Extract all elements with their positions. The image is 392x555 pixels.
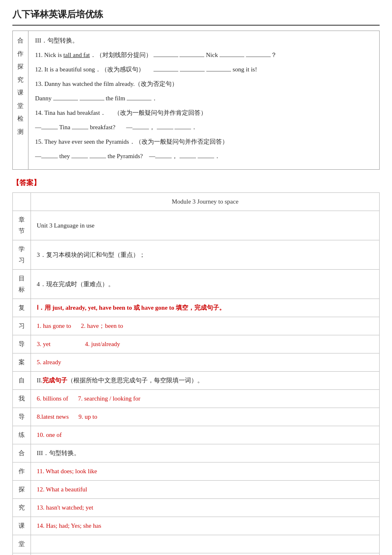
answer-row-an: 案 5. already	[13, 353, 380, 372]
answer-row-jiu: 究 13. hasn't watched; yet	[13, 499, 380, 517]
col-tan: 探	[13, 481, 31, 499]
col-content-unit: Unit 3 Language in use	[31, 211, 380, 240]
blank-15-3	[90, 158, 106, 158]
answer-9: 9. up to	[78, 413, 97, 420]
col-answer-12: 12. What a beautiful	[31, 481, 380, 499]
section-i-title-row: 复 Ⅰ．用 just, already, yet, have been to 或…	[13, 299, 380, 317]
exercise-box: 合 作 探 究 课 堂 检 测 III．句型转换。 11. Nick is ta…	[12, 31, 380, 170]
title-divider	[12, 25, 380, 26]
col-jian: 检	[13, 553, 31, 555]
sidebar-label-6: 堂	[13, 100, 28, 113]
col-dao2: 导	[13, 408, 31, 426]
answer-2: 2. have；been to	[81, 323, 123, 329]
chapter-section-row: 章节 Unit 3 Language in use	[13, 211, 380, 240]
col-xi: 习	[13, 317, 31, 335]
col-answer-14: 14. Has; had; Yes; she has	[31, 517, 380, 535]
col-xuexi: 学习	[13, 240, 31, 270]
question-15-blanks: — they the Pyramids? —， ．	[35, 151, 373, 162]
section-ii-title-row: 自 II.完成句子（根据所给中文意思完成句子，每空限填一词）。	[13, 372, 380, 390]
module-header-row: Module 3 Journey to space	[13, 193, 380, 211]
col-section-i: Ⅰ．用 just, already, yet, have been to 或 h…	[31, 299, 380, 317]
col-tang: 堂	[13, 535, 31, 553]
answer-5: 5. already	[37, 359, 61, 365]
col-fu: 复	[13, 299, 31, 317]
sidebar-label-4: 究	[13, 74, 28, 87]
answer-10: 10. one of	[37, 432, 61, 438]
section-iii-title-row: 合 III．句型转换。	[13, 444, 380, 462]
answer-row-wo: 我 6. billions of 7. searching / looking …	[13, 390, 380, 408]
col-jiu: 究	[13, 499, 31, 517]
underline-tall-fat: tall and fat	[64, 52, 90, 58]
study-goal-row-2: 目标 4．现在完成时（重难点）。	[13, 270, 380, 299]
col-answer-15: 15. Have; ever seen; No; they haven't	[31, 553, 380, 555]
blank-14-3	[132, 129, 149, 129]
exercise-content: III．句型转换。 11. Nick is tall and fat．（对划线部…	[28, 31, 379, 169]
col-ke: 课	[13, 517, 31, 535]
blank-13-1	[53, 100, 78, 100]
answer-row-tang: 堂	[13, 535, 380, 553]
question-13-blanks: Danny the film ．	[35, 93, 373, 104]
question-15: 15. They have ever seen the Pyramids．（改为…	[35, 136, 373, 147]
answer-row-dao2: 导 8.latest news 9. up to	[13, 408, 380, 426]
answer-row-lian: 练 10. one of	[13, 426, 380, 444]
answer-row-tan: 探 12. What a beautiful	[13, 481, 380, 499]
col-mubiao: 目标	[13, 270, 31, 299]
blank-15-5	[179, 158, 196, 158]
blank-12-2	[180, 71, 205, 71]
section-i-label: Ⅰ．用 just, already, yet, have been to 或 h…	[37, 304, 225, 311]
col-section-iii: III．句型转换。	[31, 444, 380, 462]
blank-15-4	[155, 158, 172, 158]
blank-11-3	[220, 57, 244, 57]
blank-12-3	[206, 71, 231, 71]
col-lian: 练	[13, 426, 31, 444]
answer-11: 11. What does; look like	[37, 468, 97, 474]
col-an: 案	[13, 353, 31, 372]
sidebar-label-8: 测	[13, 126, 28, 139]
col-chapter-zhanjie: 章节	[13, 211, 31, 240]
col-answers-3: 5. already	[31, 353, 380, 372]
question-11: 11. Nick is tall and fat．（对划线部分提问） Nick …	[35, 50, 373, 61]
section-ii-bold: 完成句子	[43, 377, 67, 384]
blank-12-1	[153, 71, 178, 71]
blank-15-1	[41, 158, 58, 158]
answer-label: 【答案】	[12, 178, 380, 187]
col-dao1: 导	[13, 335, 31, 353]
answer-14: 14. Has; had; Yes; she has	[37, 522, 101, 529]
col-answer-11: 11. What does; look like	[31, 462, 380, 481]
sidebar-label-7: 检	[13, 112, 28, 126]
blank-14-1	[41, 129, 58, 129]
col-answers-1: 1. has gone to 2. have；been to	[31, 317, 380, 335]
answer-table: Module 3 Journey to space 章节 Unit 3 Lang…	[12, 192, 380, 555]
blank-14-4	[157, 129, 173, 129]
page-title: 八下译林英课后培优练	[12, 8, 380, 21]
question-12: 12. It is a beautiful song．（改为感叹句） song …	[35, 64, 373, 75]
answer-3: 3. yet	[37, 341, 50, 347]
col-wo: 我	[13, 390, 31, 408]
blank-13-3	[127, 100, 151, 100]
col-zuo: 作	[13, 462, 31, 481]
answer-8: 8.latest news	[37, 413, 68, 420]
question-14-blanks: — Tina breakfast? —， ．	[35, 122, 373, 133]
sidebar-label-1: 合	[13, 34, 28, 47]
section-ii-label-suffix: （根据所给中文意思完成句子，每空限填一词）。	[67, 377, 203, 384]
col-answer-13: 13. hasn't watched; yet	[31, 499, 380, 517]
section-iii-label: III．句型转换。	[37, 450, 80, 456]
answer-row-xi: 习 1. has gone to 2. have；been to	[13, 317, 380, 335]
module-header-chapter	[13, 193, 31, 211]
col-empty-tang	[31, 535, 380, 553]
sidebar-label-2: 作	[13, 47, 28, 61]
blank-13-2	[80, 100, 104, 100]
blank-11-4	[246, 57, 271, 57]
answer-12: 12. What a beautiful	[37, 486, 87, 493]
col-answers-6: 10. one of	[31, 426, 380, 444]
blank-15-2	[71, 158, 88, 158]
module-header-content: Module 3 Journey to space	[31, 193, 380, 211]
blank-14-2	[72, 129, 88, 129]
col-answers-4: 6. billions of 7. searching / looking fo…	[31, 390, 380, 408]
col-section-ii: II.完成句子（根据所给中文意思完成句子，每空限填一词）。	[31, 372, 380, 390]
answer-row-zuo: 作 11. What does; look like	[13, 462, 380, 481]
answer-13: 13. hasn't watched; yet	[37, 504, 93, 511]
blank-11-2	[179, 57, 204, 57]
blank-14-5	[175, 129, 191, 129]
sidebar-label-3: 探	[13, 60, 28, 74]
